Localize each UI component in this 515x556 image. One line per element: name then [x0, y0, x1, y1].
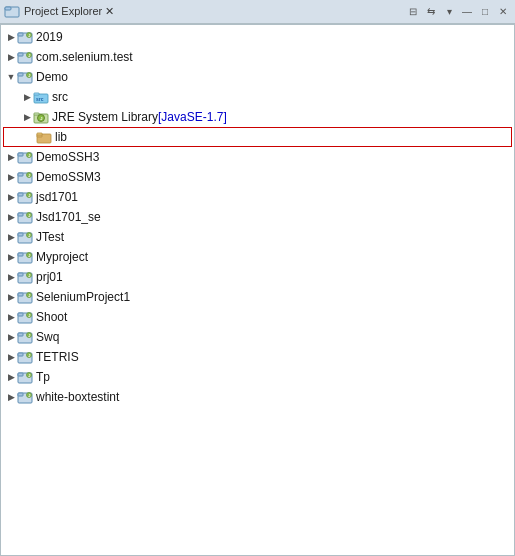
- tree-item-com-selenium-test[interactable]: ▶ J com.selenium.test: [1, 47, 514, 67]
- tree-item-white-boxtestint[interactable]: ▶ J white-boxtestint: [1, 387, 514, 407]
- icon-project: J: [17, 309, 33, 325]
- icon-project: J: [17, 269, 33, 285]
- svg-text:J: J: [28, 233, 30, 238]
- close-icon[interactable]: ✕: [495, 4, 511, 20]
- minimize-icon[interactable]: —: [459, 4, 475, 20]
- expander-Jsd1701_se[interactable]: ▶: [5, 211, 17, 223]
- panel-title: Project Explorer ✕: [24, 5, 401, 18]
- svg-rect-3: [18, 33, 23, 36]
- icon-src-folder: src: [33, 89, 49, 105]
- expander-prj01[interactable]: ▶: [5, 271, 17, 283]
- panel-icon: [4, 4, 20, 20]
- item-label: TETRIS: [36, 350, 79, 364]
- svg-rect-25: [18, 153, 23, 156]
- item-label: Tp: [36, 370, 50, 384]
- svg-text:J: J: [40, 116, 42, 121]
- svg-text:J: J: [28, 333, 30, 338]
- toolbar-icons: ⊟ ⇆ ▾ — □ ✕: [405, 4, 511, 20]
- item-label: DemoSSM3: [36, 170, 101, 184]
- item-label: SeleniumProject1: [36, 290, 130, 304]
- svg-rect-41: [18, 233, 23, 236]
- expander-Myproject[interactable]: ▶: [5, 251, 17, 263]
- tree-item-demossh3[interactable]: ▶ J DemoSSH3: [1, 147, 514, 167]
- item-label: JRE System Library: [52, 110, 158, 124]
- svg-rect-73: [18, 393, 23, 396]
- expander-lib[interactable]: [24, 131, 36, 143]
- item-label: Shoot: [36, 310, 67, 324]
- svg-text:J: J: [28, 173, 30, 178]
- svg-rect-29: [18, 173, 23, 176]
- expander-DemoSSH3[interactable]: ▶: [5, 151, 17, 163]
- expander-white-boxtestint[interactable]: ▶: [5, 391, 17, 403]
- tree-item-tp[interactable]: ▶ J Tp: [1, 367, 514, 387]
- item-label: prj01: [36, 270, 63, 284]
- tree-item-shoot[interactable]: ▶ J Shoot: [1, 307, 514, 327]
- expander-JRE_System_Library[interactable]: ▶: [21, 111, 33, 123]
- tree-item-2019[interactable]: ▶ J 2019: [1, 27, 514, 47]
- tree-item-jsd1701[interactable]: ▶ J jsd1701: [1, 187, 514, 207]
- icon-project: J: [17, 209, 33, 225]
- item-label: jsd1701: [36, 190, 78, 204]
- tree-item-demo[interactable]: ▼ J Demo: [1, 67, 514, 87]
- icon-project: J: [17, 289, 33, 305]
- svg-rect-18: [34, 113, 39, 115]
- icon-project: J: [17, 329, 33, 345]
- expander-Shoot[interactable]: ▶: [5, 311, 17, 323]
- icon-project: J: [17, 149, 33, 165]
- item-label: 2019: [36, 30, 63, 44]
- svg-rect-45: [18, 253, 23, 256]
- svg-rect-33: [18, 193, 23, 196]
- tree-item-swq[interactable]: ▶ J Swq: [1, 327, 514, 347]
- expander-jsd1701[interactable]: ▶: [5, 191, 17, 203]
- item-label: white-boxtestint: [36, 390, 119, 404]
- tree-item-prj01[interactable]: ▶ J prj01: [1, 267, 514, 287]
- item-label: com.selenium.test: [36, 50, 133, 64]
- icon-jre: J: [33, 109, 49, 125]
- svg-text:J: J: [28, 373, 30, 378]
- item-label: DemoSSH3: [36, 150, 99, 164]
- expander-Demo[interactable]: ▼: [5, 71, 17, 83]
- item-label-secondary: [JavaSE-1.7]: [158, 110, 227, 124]
- expander-Swq[interactable]: ▶: [5, 331, 17, 343]
- tree-item-seleniumproject1[interactable]: ▶ J SeleniumProject1: [1, 287, 514, 307]
- svg-text:J: J: [28, 213, 30, 218]
- icon-project: J: [17, 69, 33, 85]
- expander-Tp[interactable]: ▶: [5, 371, 17, 383]
- expander-SeleniumProject1[interactable]: ▶: [5, 291, 17, 303]
- maximize-icon[interactable]: □: [477, 4, 493, 20]
- expander-DemoSSM3[interactable]: ▶: [5, 171, 17, 183]
- item-label: JTest: [36, 230, 64, 244]
- link-editor-icon[interactable]: ⇆: [423, 4, 439, 20]
- icon-project: J: [17, 29, 33, 45]
- tree-item-jtest[interactable]: ▶ J JTest: [1, 227, 514, 247]
- svg-rect-23: [37, 133, 42, 135]
- expander-JTest[interactable]: ▶: [5, 231, 17, 243]
- icon-project: J: [17, 189, 33, 205]
- tree-item-jre-system-library[interactable]: ▶ J JRE System Library [JavaSE-1.7]: [1, 107, 514, 127]
- svg-text:J: J: [28, 353, 30, 358]
- view-menu-icon[interactable]: ▾: [441, 4, 457, 20]
- svg-rect-65: [18, 353, 23, 356]
- tree-item-tetris[interactable]: ▶ J TETRIS: [1, 347, 514, 367]
- svg-rect-7: [18, 53, 23, 56]
- svg-rect-53: [18, 293, 23, 296]
- icon-project: J: [17, 349, 33, 365]
- svg-rect-11: [18, 73, 23, 76]
- tree-item-jsd1701-se[interactable]: ▶ J Jsd1701_se: [1, 207, 514, 227]
- tree-item-myproject[interactable]: ▶ J Myproject: [1, 247, 514, 267]
- tree-item-lib[interactable]: lib: [3, 127, 512, 147]
- tree-item-demossm3[interactable]: ▶ J DemoSSM3: [1, 167, 514, 187]
- expander-com.selenium.test[interactable]: ▶: [5, 51, 17, 63]
- icon-project: J: [17, 389, 33, 405]
- expander-2019[interactable]: ▶: [5, 31, 17, 43]
- item-label: lib: [55, 130, 67, 144]
- svg-text:J: J: [28, 193, 30, 198]
- svg-text:J: J: [28, 393, 30, 398]
- svg-rect-15: [34, 93, 39, 95]
- expander-src[interactable]: ▶: [21, 91, 33, 103]
- expander-TETRIS[interactable]: ▶: [5, 351, 17, 363]
- svg-rect-61: [18, 333, 23, 336]
- svg-text:J: J: [28, 153, 30, 158]
- tree-item-src[interactable]: ▶ src src: [1, 87, 514, 107]
- collapse-all-icon[interactable]: ⊟: [405, 4, 421, 20]
